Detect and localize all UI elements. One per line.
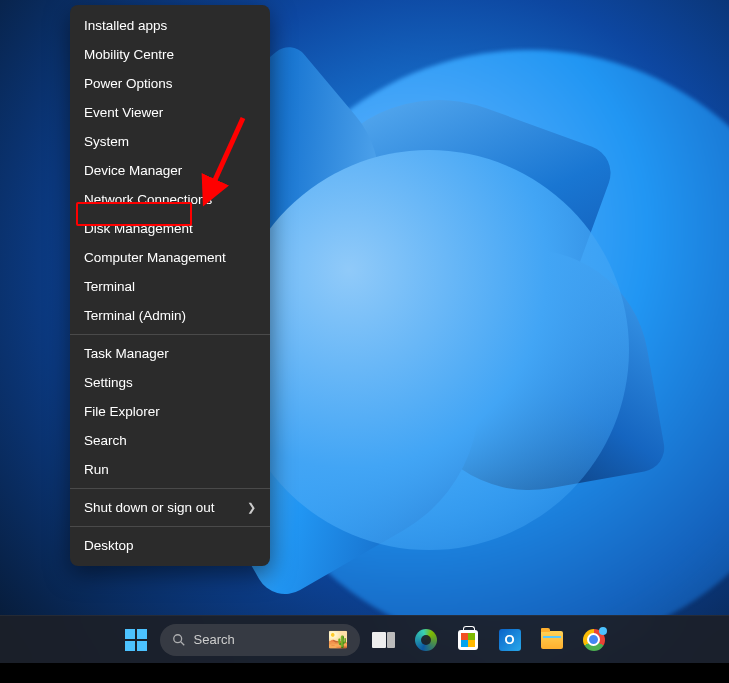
menu-item-run[interactable]: Run bbox=[70, 455, 270, 484]
menu-item-terminal[interactable]: Terminal bbox=[70, 272, 270, 301]
menu-item-label: Disk Management bbox=[84, 221, 193, 236]
start-button[interactable] bbox=[118, 622, 154, 658]
menu-item-label: Desktop bbox=[84, 538, 134, 553]
menu-separator bbox=[70, 526, 270, 527]
menu-separator bbox=[70, 488, 270, 489]
store-icon bbox=[458, 630, 478, 650]
menu-item-computer-management[interactable]: Computer Management bbox=[70, 243, 270, 272]
menu-item-label: Installed apps bbox=[84, 18, 167, 33]
menu-item-terminal-admin[interactable]: Terminal (Admin) bbox=[70, 301, 270, 330]
menu-item-disk-management[interactable]: Disk Management bbox=[70, 214, 270, 243]
file-explorer-button[interactable] bbox=[534, 622, 570, 658]
menu-item-power-options[interactable]: Power Options bbox=[70, 69, 270, 98]
menu-item-device-manager[interactable]: Device Manager bbox=[70, 156, 270, 185]
menu-item-mobility-centre[interactable]: Mobility Centre bbox=[70, 40, 270, 69]
menu-item-label: Settings bbox=[84, 375, 133, 390]
taskbar-search[interactable]: Search 🏜️ bbox=[160, 624, 360, 656]
menu-item-task-manager[interactable]: Task Manager bbox=[70, 339, 270, 368]
menu-item-label: Terminal bbox=[84, 279, 135, 294]
menu-item-installed-apps[interactable]: Installed apps bbox=[70, 11, 270, 40]
chevron-right-icon: ❯ bbox=[247, 501, 256, 514]
menu-item-label: Terminal (Admin) bbox=[84, 308, 186, 323]
menu-item-label: Power Options bbox=[84, 76, 173, 91]
search-highlight-icon: 🏜️ bbox=[328, 630, 348, 649]
menu-item-shut-down-or-sign-out[interactable]: Shut down or sign out❯ bbox=[70, 493, 270, 522]
chrome-button[interactable] bbox=[576, 622, 612, 658]
svg-line-2 bbox=[180, 641, 184, 645]
menu-item-network-connections[interactable]: Network Connections bbox=[70, 185, 270, 214]
menu-item-label: File Explorer bbox=[84, 404, 160, 419]
menu-item-desktop[interactable]: Desktop bbox=[70, 531, 270, 560]
menu-separator bbox=[70, 334, 270, 335]
windows-logo-icon bbox=[125, 629, 147, 651]
edge-icon bbox=[415, 629, 437, 651]
search-placeholder: Search bbox=[194, 632, 235, 647]
search-icon bbox=[172, 633, 186, 647]
menu-item-search[interactable]: Search bbox=[70, 426, 270, 455]
menu-item-system[interactable]: System bbox=[70, 127, 270, 156]
taskbar: Search 🏜️ O bbox=[0, 615, 729, 663]
menu-item-label: Task Manager bbox=[84, 346, 169, 361]
menu-item-label: Mobility Centre bbox=[84, 47, 174, 62]
winx-context-menu: Installed appsMobility CentrePower Optio… bbox=[70, 5, 270, 566]
menu-item-label: Shut down or sign out bbox=[84, 500, 215, 515]
file-explorer-icon bbox=[541, 631, 563, 649]
menu-item-event-viewer[interactable]: Event Viewer bbox=[70, 98, 270, 127]
menu-item-label: Device Manager bbox=[84, 163, 182, 178]
menu-item-label: Event Viewer bbox=[84, 105, 163, 120]
menu-item-settings[interactable]: Settings bbox=[70, 368, 270, 397]
outlook-button[interactable]: O bbox=[492, 622, 528, 658]
bottom-border bbox=[0, 663, 729, 683]
task-view-button[interactable] bbox=[366, 622, 402, 658]
microsoft-store-button[interactable] bbox=[450, 622, 486, 658]
menu-item-label: Network Connections bbox=[84, 192, 212, 207]
svg-point-1 bbox=[173, 634, 181, 642]
chrome-icon bbox=[583, 629, 605, 651]
menu-item-label: Search bbox=[84, 433, 127, 448]
menu-item-label: Computer Management bbox=[84, 250, 226, 265]
task-view-icon bbox=[372, 632, 395, 648]
menu-item-label: System bbox=[84, 134, 129, 149]
edge-button[interactable] bbox=[408, 622, 444, 658]
outlook-icon: O bbox=[499, 629, 521, 651]
menu-item-file-explorer[interactable]: File Explorer bbox=[70, 397, 270, 426]
menu-item-label: Run bbox=[84, 462, 109, 477]
